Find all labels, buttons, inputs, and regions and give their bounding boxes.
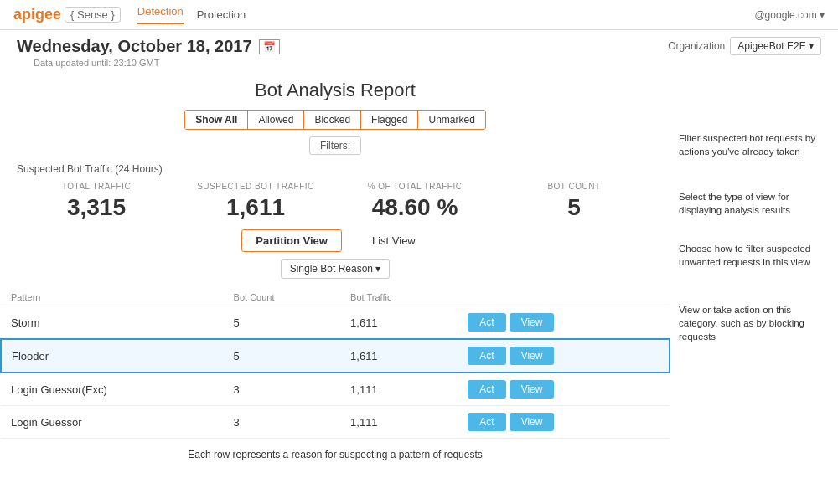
- cell-bot-count: 5: [224, 339, 340, 373]
- stat-pct-traffic-label: % OF TOTAL TRAFFIC: [335, 182, 494, 191]
- data-table-container: Pattern Bot Count Bot Traffic Storm51,61…: [0, 289, 670, 439]
- user-email[interactable]: @google.com ▾: [754, 9, 825, 21]
- filters-label: Filters:: [309, 136, 361, 155]
- col-pattern: Pattern: [1, 289, 224, 306]
- filter-bar: Show All Allowed Blocked Flagged Unmarke…: [0, 110, 670, 130]
- stat-suspected-bot: SUSPECTED BOT TRAFFIC 1,611: [176, 182, 335, 221]
- logo-sense: { Sense }: [65, 7, 121, 23]
- org-label: Organization: [668, 40, 725, 52]
- top-nav: apigee { Sense } Detection Protection @g…: [0, 0, 838, 30]
- nav-protection[interactable]: Protection: [197, 8, 246, 21]
- filter-btn-group: Show All Allowed Blocked Flagged Unmarke…: [184, 110, 486, 130]
- cell-pattern: Login Guessor(Exc): [1, 373, 224, 406]
- data-updated: Data updated until: 23:10 GMT: [17, 56, 280, 73]
- cell-bot-count: 3: [224, 406, 340, 439]
- stat-total-traffic-label: TOTAL TRAFFIC: [17, 182, 176, 191]
- table-row: Storm51,611ActView: [1, 306, 670, 340]
- cell-bot-traffic: 1,611: [340, 339, 458, 373]
- stat-total-traffic: TOTAL TRAFFIC 3,315: [17, 182, 176, 221]
- view-button[interactable]: View: [510, 380, 555, 399]
- cell-bot-traffic: 1,111: [340, 373, 458, 406]
- annotation-4: View or take action on this category, su…: [679, 303, 830, 343]
- table-row: Flooder51,611ActView: [1, 339, 670, 373]
- org-dropdown[interactable]: ApigeeBot E2E ▾: [730, 37, 821, 55]
- cell-actions: ActView: [458, 306, 670, 340]
- stat-suspected-bot-label: SUSPECTED BOT TRAFFIC: [176, 182, 335, 191]
- report-title: Bot Analysis Report: [0, 80, 670, 101]
- cell-pattern: Flooder: [1, 339, 224, 373]
- org-select: Organization ApigeeBot E2E ▾: [668, 37, 821, 55]
- list-view-btn[interactable]: List View: [359, 230, 429, 251]
- filter-blocked[interactable]: Blocked: [304, 111, 361, 129]
- col-bot-count: Bot Count: [224, 289, 340, 306]
- cell-bot-traffic: 1,111: [340, 406, 458, 439]
- view-button[interactable]: View: [510, 347, 555, 365]
- filter-unmarked[interactable]: Unmarked: [418, 111, 484, 129]
- date-title: Wednesday, October 18, 2017: [17, 37, 252, 56]
- stat-suspected-bot-value: 1,611: [176, 194, 335, 221]
- act-button[interactable]: Act: [468, 413, 505, 431]
- stats-section: Suspected Bot Traffic (24 Hours) TOTAL T…: [0, 163, 670, 221]
- view-selector: Partition View List View: [0, 229, 670, 252]
- act-button[interactable]: Act: [468, 380, 505, 399]
- stats-section-title: Suspected Bot Traffic (24 Hours): [17, 163, 654, 175]
- stat-pct-traffic-value: 48.60 %: [335, 194, 494, 221]
- cell-bot-traffic: 1,611: [340, 306, 458, 340]
- partition-view-btn[interactable]: Partition View: [241, 229, 342, 252]
- view-button[interactable]: View: [510, 413, 555, 431]
- stats-row: TOTAL TRAFFIC 3,315 SUSPECTED BOT TRAFFI…: [17, 182, 654, 221]
- act-button[interactable]: Act: [468, 313, 505, 332]
- cell-actions: ActView: [458, 406, 670, 439]
- stat-total-traffic-value: 3,315: [17, 194, 176, 221]
- cell-actions: ActView: [458, 373, 670, 406]
- cell-actions: ActView: [458, 339, 670, 373]
- stat-pct-traffic: % OF TOTAL TRAFFIC 48.60 %: [335, 182, 494, 221]
- filter-show-all[interactable]: Show All: [185, 111, 248, 129]
- annotation-1: Filter suspected bot requests by actions…: [679, 131, 830, 158]
- col-bot-traffic: Bot Traffic: [340, 289, 458, 306]
- footer-annotation: Each row represents a reason for suspect…: [0, 449, 670, 460]
- cell-bot-count: 5: [224, 306, 340, 340]
- cell-pattern: Storm: [1, 306, 224, 340]
- filter-allowed[interactable]: Allowed: [248, 111, 304, 129]
- nav-detection[interactable]: Detection: [137, 5, 184, 24]
- table-row: Login Guessor31,111ActView: [1, 406, 670, 439]
- cell-bot-count: 3: [224, 373, 340, 406]
- cell-pattern: Login Guessor: [1, 406, 224, 439]
- col-actions: [458, 289, 670, 306]
- logo-apigee: apigee: [13, 6, 61, 23]
- stat-bot-count-value: 5: [494, 194, 654, 221]
- stat-bot-count: BOT COUNT 5: [494, 182, 654, 221]
- stat-bot-count-label: BOT COUNT: [494, 182, 654, 191]
- view-button[interactable]: View: [510, 313, 555, 332]
- filter-dropdown-row: Single Bot Reason ▾: [0, 259, 670, 279]
- annotation-2: Select the type of view for displaying a…: [679, 190, 830, 217]
- annotation-3: Choose how to filter suspected unwanted …: [679, 242, 830, 269]
- filter-flagged[interactable]: Flagged: [361, 111, 418, 129]
- act-button[interactable]: Act: [468, 347, 505, 365]
- table-row: Login Guessor(Exc)31,111ActView: [1, 373, 670, 406]
- data-table: Pattern Bot Count Bot Traffic Storm51,61…: [0, 289, 670, 439]
- calendar-icon[interactable]: 📅: [259, 39, 280, 54]
- filter-dropdown[interactable]: Single Bot Reason ▾: [281, 259, 391, 279]
- filters-row: Filters:: [0, 136, 670, 155]
- table-header-row: Pattern Bot Count Bot Traffic: [1, 289, 670, 306]
